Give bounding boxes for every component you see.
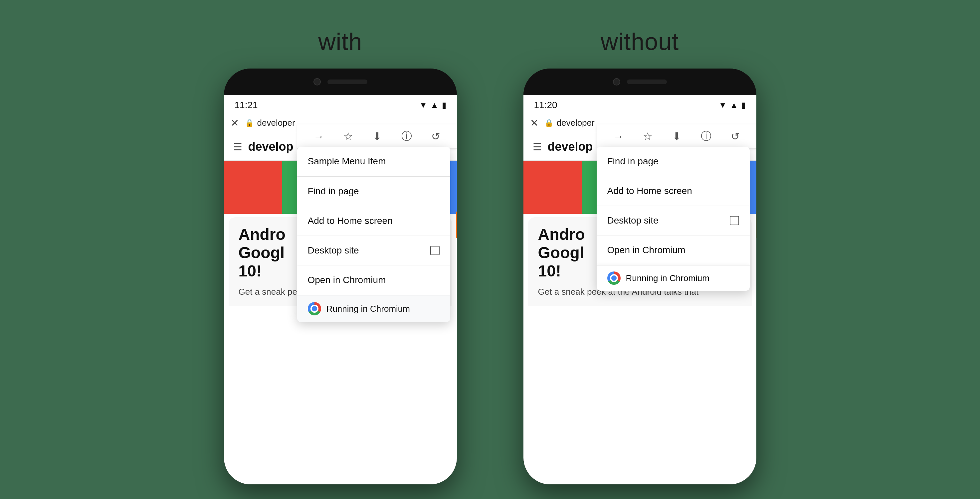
forward-icon-without[interactable]: → [613,130,624,143]
running-label-without: Running in Chromium [626,273,710,283]
running-in-chromium-with: Running in Chromium [297,295,450,322]
panel-with-label: with [318,28,362,55]
chromium-icon-without [607,272,620,285]
menu-item-find-label-with: Find in page [308,186,359,197]
menu-item-desktop-without[interactable]: Desktop site [597,206,750,235]
menu-item-desktop-label-with: Desktop site [308,245,359,256]
info-icon-with[interactable]: ⓘ [401,129,412,144]
menu-item-desktop-with[interactable]: Desktop site [297,236,450,265]
speaker-with [328,79,368,84]
screen-layout-without: 11:20 ▼ ▲ ▮ ✕ 🔒 developer [523,95,756,485]
dropdown-overlay-with: → ☆ ⬇ ⓘ ↺ Sample Menu Item [224,95,457,485]
dropdown-menu-without: Find in page Add to Home screen Desktop … [597,147,750,291]
refresh-icon-with[interactable]: ↺ [431,130,440,143]
menu-item-find-without[interactable]: Find in page [597,147,750,176]
info-icon-without[interactable]: ⓘ [701,129,711,144]
menu-item-sample-with[interactable]: Sample Menu Item [297,147,450,176]
phone-screen-with: 11:21 ▼ ▲ ▮ ✕ 🔒 developer [224,95,457,485]
refresh-icon-without[interactable]: ↺ [731,130,740,143]
phone-frame-with: 11:21 ▼ ▲ ▮ ✕ 🔒 developer [224,68,457,485]
menu-item-chromium-label-without: Open in Chromium [607,245,686,256]
expanded-toolbar-without: → ☆ ⬇ ⓘ ↺ [597,124,756,149]
running-in-chromium-without: Running in Chromium [597,265,750,291]
menu-item-desktop-label-without: Desktop site [607,215,659,226]
menu-item-find-with[interactable]: Find in page [297,176,450,206]
menu-item-home-with[interactable]: Add to Home screen [297,206,450,236]
panel-without-label: without [601,28,679,55]
speaker-without [627,79,667,84]
expanded-toolbar-with: → ☆ ⬇ ⓘ ↺ [297,124,457,149]
phone-screen-without: 11:20 ▼ ▲ ▮ ✕ 🔒 developer [523,95,756,485]
menu-item-home-label-with: Add to Home screen [308,216,393,226]
panel-without: without 11:20 ▼ ▲ ▮ [523,28,756,485]
dropdown-overlay-without: → ☆ ⬇ ⓘ ↺ Find in page Add [523,95,756,485]
star-icon-with[interactable]: ☆ [344,130,353,143]
menu-item-home-label-without: Add to Home screen [607,186,692,196]
download-icon-with[interactable]: ⬇ [373,130,382,143]
dropdown-menu-with: Sample Menu Item Find in page Add to Hom… [297,147,450,322]
menu-item-chromium-without[interactable]: Open in Chromium [597,235,750,265]
phone-notch-without [523,68,756,95]
menu-item-chromium-label-with: Open in Chromium [308,275,386,285]
star-icon-without[interactable]: ☆ [643,130,652,143]
download-icon-without[interactable]: ⬇ [672,130,681,143]
menu-item-chromium-with[interactable]: Open in Chromium [297,265,450,295]
phone-frame-without: 11:20 ▼ ▲ ▮ ✕ 🔒 developer [523,68,756,485]
phone-notch-with [224,68,457,95]
chromium-icon-with [308,302,321,315]
running-label-with: Running in Chromium [326,304,410,314]
menu-item-find-label-without: Find in page [607,156,659,167]
menu-item-home-without[interactable]: Add to Home screen [597,176,750,206]
menu-item-sample-label-with: Sample Menu Item [308,156,386,167]
comparison-container: with 11:21 ▼ ▲ ▮ [224,14,756,485]
desktop-checkbox-without[interactable] [730,216,739,225]
camera-with [313,78,321,86]
panel-with: with 11:21 ▼ ▲ ▮ [224,28,457,485]
screen-layout-with: 11:21 ▼ ▲ ▮ ✕ 🔒 developer [224,95,457,485]
camera-without [613,78,620,86]
desktop-checkbox-with[interactable] [430,246,439,255]
forward-icon-with[interactable]: → [313,130,324,143]
